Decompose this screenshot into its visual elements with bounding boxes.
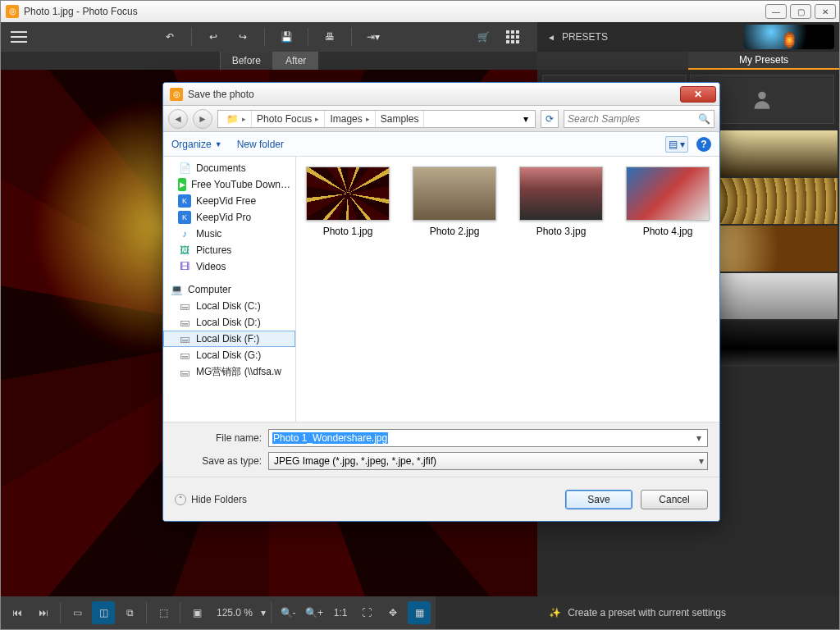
file-label: Photo 3.jpg [536, 226, 587, 237]
save-dialog: Save the photo ✕ ◄ ► 📁▸ Photo Focus▸ Ima… [162, 82, 720, 522]
view-tabs: Before After My Presets [1, 52, 839, 70]
chevron-down-icon: ▼ [215, 140, 222, 148]
tree-keepvid-free[interactable]: KKeepVid Free [163, 193, 295, 209]
undo-all-icon[interactable]: ↶ [158, 25, 181, 48]
cancel-button[interactable]: Cancel [641, 490, 708, 509]
file-item[interactable]: Photo 3.jpg [519, 167, 603, 237]
zoom-dropdown-icon[interactable]: ▾ [261, 607, 266, 619]
file-item[interactable]: Photo 4.jpg [626, 167, 710, 237]
tree-pictures[interactable]: 🖼Pictures [163, 242, 295, 258]
tree-disk-c[interactable]: 🖴Local Disk (C:) [163, 298, 295, 314]
save-type-label: Save as type: [175, 455, 262, 467]
dialog-footer: ˄ Hide Folders Save Cancel [163, 477, 719, 521]
tab-before[interactable]: Before [220, 52, 273, 70]
genie-lamp-decoration: 🏮 [736, 22, 834, 52]
nav-back-icon[interactable]: ◄ [168, 109, 188, 129]
file-grid[interactable]: Photo 1.jpg Photo 2.jpg Photo 3.jpg Phot… [296, 157, 719, 422]
view-mode-button[interactable]: ▤ ▾ [665, 136, 688, 153]
tree-youtube[interactable]: ▶Free YouTube Down… [163, 176, 295, 193]
navigator-icon[interactable]: ▦ [408, 601, 431, 624]
hide-folders-toggle[interactable]: ˄ Hide Folders [175, 494, 247, 505]
bottom-toolbar: ⏮ ⏭ ▭ ◫ ⧉ ⬚ ▣ 125.0 % ▾ 🔍- 🔍+ 1:1 ⛶ ✥ ▦ [1, 596, 839, 629]
bc-seg[interactable]: Images▸ [325, 111, 375, 127]
prev-image-icon[interactable]: ⏮ [6, 601, 29, 624]
file-thumb [626, 167, 710, 221]
file-item[interactable]: Photo 2.jpg [413, 167, 496, 237]
app-icon [6, 5, 19, 18]
menu-icon[interactable] [7, 25, 30, 48]
fit-icon[interactable]: ▣ [185, 601, 208, 624]
svg-rect-0 [506, 30, 509, 34]
pan-icon[interactable]: ✥ [381, 601, 404, 624]
filename-label: File name: [175, 432, 262, 444]
grid-icon[interactable] [501, 25, 524, 48]
tree-disk-d[interactable]: 🖴Local Disk (D:) [163, 314, 295, 331]
svg-rect-2 [516, 30, 519, 34]
tree-disk-g[interactable]: 🖴Local Disk (G:) [163, 347, 295, 363]
collapse-icon[interactable]: ◄ [547, 33, 555, 42]
filename-input[interactable]: Photo 1_Wondershare.jpg ▾ [268, 429, 708, 447]
close-button[interactable]: ✕ [815, 4, 836, 19]
svg-point-9 [758, 92, 765, 99]
tab-my-presets[interactable]: My Presets [688, 52, 839, 70]
search-input[interactable]: 🔍 [564, 110, 714, 128]
next-image-icon[interactable]: ⏭ [32, 601, 55, 624]
bc-dropdown-icon[interactable]: ▾ [520, 113, 532, 125]
chevron-up-icon: ˄ [175, 494, 186, 505]
fullscreen-icon[interactable]: ⛶ [355, 601, 378, 624]
tree-computer[interactable]: 💻Computer [163, 281, 295, 298]
search-field[interactable] [568, 113, 698, 125]
print-icon[interactable]: 🖶 [318, 25, 341, 48]
file-label: Photo 4.jpg [643, 226, 693, 237]
new-folder-button[interactable]: New folder [237, 139, 284, 150]
maximize-button[interactable]: ▢ [790, 4, 811, 19]
bc-seg[interactable]: Samples [376, 111, 425, 127]
titlebar: Photo 1.jpg - Photo Focus — ▢ ✕ [1, 1, 839, 22]
tree-documents[interactable]: 📄Documents [163, 160, 295, 176]
save-icon[interactable]: 💾 [275, 25, 298, 48]
undo-icon[interactable]: ↩ [202, 25, 225, 48]
dialog-close-button[interactable]: ✕ [680, 86, 716, 103]
bc-root-icon[interactable]: 📁▸ [221, 111, 252, 127]
folder-tree[interactable]: 📄Documents ▶Free YouTube Down… KKeepVid … [163, 157, 296, 422]
nav-forward-icon[interactable]: ► [193, 109, 212, 129]
svg-rect-1 [511, 30, 514, 34]
help-icon[interactable]: ? [696, 137, 711, 152]
minimize-button[interactable]: — [765, 4, 787, 19]
split-view-icon[interactable]: ◫ [92, 601, 115, 624]
save-type-select[interactable]: JPEG Image (*.jpg, *.jpeg, *.jpe, *.jfif… [268, 452, 708, 470]
single-view-icon[interactable]: ▭ [66, 601, 89, 624]
tree-keepvid-pro[interactable]: KKeepVid Pro [163, 209, 295, 226]
share-icon[interactable]: ⇥▾ [362, 25, 385, 48]
histogram-icon[interactable]: ⬚ [152, 601, 175, 624]
file-label: Photo 1.jpg [323, 226, 373, 237]
save-button[interactable]: Save [565, 490, 632, 509]
svg-rect-7 [511, 40, 514, 43]
tree-disk-f[interactable]: 🖴Local Disk (F:) [163, 331, 295, 347]
tab-after[interactable]: After [273, 52, 318, 70]
filename-dropdown-icon[interactable]: ▾ [692, 431, 705, 445]
refresh-icon[interactable]: ⟳ [541, 110, 559, 128]
dialog-app-icon [170, 88, 183, 101]
cart-icon[interactable]: 🛒 [472, 25, 495, 48]
create-preset-button[interactable]: ✨ Create a preset with current settings [436, 596, 839, 629]
bc-seg[interactable]: Photo Focus▸ [252, 111, 325, 127]
file-label: Photo 2.jpg [430, 226, 480, 237]
breadcrumb[interactable]: 📁▸ Photo Focus▸ Images▸ Samples ▾ [217, 110, 536, 128]
create-preset-label: Create a preset with current settings [568, 607, 726, 619]
zoom-value: 125.0 % [212, 607, 258, 619]
redo-icon[interactable]: ↪ [231, 25, 254, 48]
zoom-out-icon[interactable]: 🔍- [276, 601, 299, 624]
file-item[interactable]: Photo 1.jpg [306, 167, 390, 237]
tab-app-presets[interactable] [537, 52, 688, 70]
dialog-body: 📄Documents ▶Free YouTube Down… KKeepVid … [163, 157, 719, 422]
compare-view-icon[interactable]: ⧉ [118, 601, 141, 624]
dialog-navbar: ◄ ► 📁▸ Photo Focus▸ Images▸ Samples ▾ ⟳ … [163, 106, 719, 132]
tree-videos[interactable]: 🎞Videos [163, 258, 295, 275]
actual-size-icon[interactable]: 1:1 [329, 601, 352, 624]
tree-disk-mg[interactable]: 🖴MG营销部 (\\dfsa.w [163, 363, 295, 381]
tree-music[interactable]: ♪Music [163, 226, 295, 242]
organize-menu[interactable]: Organize ▼ [171, 139, 222, 150]
dialog-title: Save the photo [188, 89, 680, 100]
zoom-in-icon[interactable]: 🔍+ [303, 601, 326, 624]
